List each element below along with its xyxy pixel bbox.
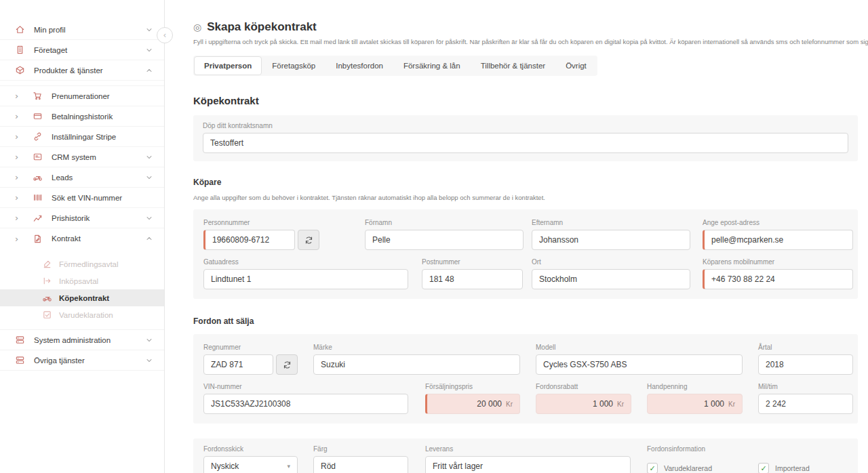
fordonsrabatt-label: Fordonsrabatt [536, 383, 631, 390]
chevron-down-icon[interactable] [145, 336, 153, 344]
ort-label: Ort [532, 258, 690, 266]
sidebar-collapse-button[interactable]: ‹ [157, 27, 173, 43]
tab-foretagskop[interactable]: Företagsköp [262, 56, 326, 75]
sidebar-item-min-profil[interactable]: Min profil [0, 20, 164, 40]
sidebar-spacer [0, 249, 164, 255]
sidebar-item-inkopsavtal[interactable]: Inköpsavtal [0, 272, 164, 289]
page-header: ◎ Skapa köpekontrakt [193, 20, 868, 34]
modell-input[interactable] [536, 354, 743, 375]
chevron-down-icon[interactable] [145, 46, 153, 54]
handpenning-label: Handpenning [647, 383, 743, 390]
postnummer-input[interactable] [422, 269, 523, 289]
sidebar-item-label: Leads [52, 173, 145, 182]
artal-input[interactable] [758, 354, 853, 375]
sidebar-item-label: Prishistorik [52, 214, 145, 222]
chevron-down-icon[interactable] [145, 153, 153, 161]
main-content: ◎ Skapa köpekontrakt Fyll i uppgifterna … [165, 0, 868, 473]
sidebar-item-formedlingsavtal[interactable]: Förmedlingsavtal [0, 255, 164, 272]
sidebar-item-produkter-tjanster[interactable]: Produkter & tjänster [0, 60, 164, 81]
sidebar-item-ovriga-tjanster[interactable]: Övriga tjänster [0, 350, 164, 371]
efternamn-label: Efternamn [532, 219, 690, 226]
leverans-input[interactable] [425, 456, 631, 473]
sidebar-item-crm-system[interactable]: › CRM system [0, 147, 164, 167]
personnummer-input[interactable] [203, 230, 295, 250]
fordonsskick-label: Fordonsskick [203, 445, 298, 453]
leverans-label: Leverans [425, 445, 631, 453]
chevron-down-icon[interactable] [145, 214, 153, 222]
marke-label: Märke [313, 344, 520, 351]
handpenning-input[interactable]: 1 000 Kr [647, 394, 743, 414]
check-icon: ✓ [649, 465, 655, 472]
importerad-checkbox[interactable]: ✓ [758, 463, 769, 473]
fordonsrabatt-input[interactable]: 1 000 Kr [536, 394, 631, 414]
motorcycle-icon [33, 172, 43, 182]
regnummer-label: Regnummer [203, 344, 298, 351]
chevron-up-icon[interactable] [145, 66, 153, 75]
tab-ovrigt[interactable]: Övrigt [555, 56, 597, 75]
currency-suffix: Kr [728, 400, 735, 408]
epost-input[interactable] [703, 230, 853, 250]
vin-input[interactable] [203, 394, 408, 414]
sidebar-item-label: Köpekontrakt [59, 294, 153, 302]
chevron-down-icon[interactable] [145, 356, 153, 365]
efternamn-input[interactable] [532, 230, 690, 250]
buyer-panel: Personnummer Förnamn Efternamn Ange epos… [193, 209, 858, 299]
vehicle-details-panel: Fordonsskick Nyskick ▾ Färg Leverans For… [193, 438, 858, 473]
vehicle-panel: Regnummer Märke Modell Årtal VIN-numme [193, 334, 858, 424]
farg-input[interactable] [313, 456, 408, 473]
sidebar-item-prenumerationer[interactable]: › Prenumerationer [0, 86, 164, 106]
sidebar-item-kopekontrakt[interactable]: Köpekontrakt [0, 289, 164, 306]
sidebar-item-kontrakt[interactable]: › Kontrakt [0, 228, 164, 249]
importerad-checkbox-label: Importerad [775, 464, 810, 472]
artal-label: Årtal [758, 344, 853, 351]
caret-right-icon: › [15, 132, 33, 141]
tab-tillbehor-tjanster[interactable]: Tillbehör & tjänster [471, 56, 555, 75]
sidebar-item-sok-vin-nummer[interactable]: › Sök ett VIN-nummer [0, 188, 164, 208]
sidebar-item-system-administration[interactable]: System administration [0, 330, 164, 350]
sidebar-item-leads[interactable]: › Leads [0, 167, 164, 188]
forsaljningspris-input[interactable]: 20 000 Kr [425, 394, 520, 414]
page-title: Skapa köpekontrakt [207, 20, 317, 34]
server-icon [15, 335, 25, 345]
chevron-down-icon[interactable] [145, 173, 153, 182]
section-heading-fordon: Fordon att sälja [193, 316, 868, 326]
sidebar-item-label: Förmedlingsavtal [59, 260, 153, 268]
sidebar-item-installningar-stripe[interactable]: › Inställningar Stripe [0, 127, 164, 147]
chevron-up-icon[interactable] [145, 234, 153, 243]
caret-right-icon: › [15, 173, 33, 182]
sidebar: Min profil Företaget Produkter & tjänste… [0, 0, 165, 473]
vin-label: VIN-nummer [203, 383, 408, 390]
fornamn-input[interactable] [365, 230, 524, 250]
contract-name-input[interactable] [203, 133, 848, 153]
fordonsskick-select[interactable]: Nyskick ▾ [203, 456, 298, 473]
personnummer-refresh-button[interactable] [298, 230, 319, 250]
gatuadress-input[interactable] [203, 269, 408, 289]
sidebar-item-label: Produkter & tjänster [34, 66, 145, 75]
sidebar-item-foretaget[interactable]: Företaget [0, 40, 164, 60]
sidebar-item-betalningshistorik[interactable]: › Betalningshistorik [0, 106, 164, 127]
package-icon [15, 65, 25, 75]
contract-name-label: Döp ditt kontraktsnamn [203, 122, 848, 129]
sidebar-item-label: System administration [34, 336, 145, 344]
regnummer-input[interactable] [203, 354, 273, 375]
tab-forsakring-lan[interactable]: Försäkring & lån [393, 56, 471, 75]
price-history-icon [33, 213, 43, 223]
miltim-input[interactable] [758, 394, 853, 414]
credit-card-icon [33, 111, 43, 121]
sidebar-item-label: Kontrakt [52, 234, 145, 243]
marke-input[interactable] [313, 354, 520, 375]
tab-privatperson[interactable]: Privatperson [194, 56, 262, 75]
clipboard-check-icon [42, 310, 52, 320]
ort-input[interactable] [532, 269, 690, 289]
sidebar-gap [0, 81, 164, 86]
contract-name-panel: Döp ditt kontraktsnamn [193, 115, 858, 161]
tab-bar: Privatperson Företagsköp Inbytesfordon F… [193, 56, 597, 76]
mobilnummer-input[interactable] [703, 269, 853, 289]
fordonsskick-value: Nyskick [211, 461, 239, 471]
sidebar-item-varudeklaration[interactable]: Varudeklaration [0, 306, 164, 323]
varudeklarerad-checkbox[interactable]: ✓ [647, 463, 658, 473]
tab-inbytesfordon[interactable]: Inbytesfordon [326, 56, 393, 75]
sidebar-item-prishistorik[interactable]: › Prishistorik [0, 208, 164, 228]
regnummer-refresh-button[interactable] [276, 354, 298, 375]
chevron-down-icon[interactable] [145, 26, 153, 34]
